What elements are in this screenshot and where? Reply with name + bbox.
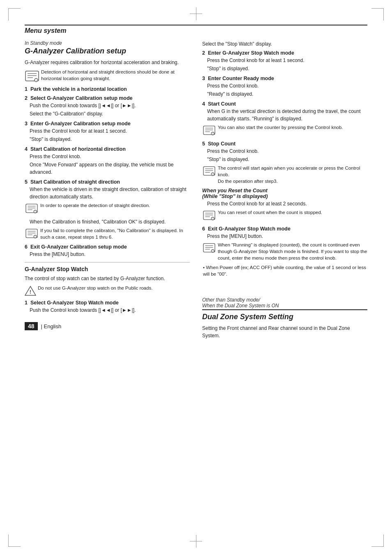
sw-step-5-body: Press the Control knob.: [202, 147, 367, 155]
calib-step-3: 3 Enter G-Analyzer Calibration setup mod…: [25, 121, 190, 143]
stopwatch-heading: G-Analyzer Stop Watch: [25, 266, 190, 272]
sw-step-6-note-block: i When "Running" is displayed (counted),…: [202, 242, 367, 261]
section-divider-stopwatch: [25, 262, 190, 263]
svg-text:i: i: [35, 210, 35, 213]
sw-step-2: 2 Enter G-Analyzer Stop Watch mode Press…: [202, 50, 367, 72]
calib-step-5-note3-block: i In order to operate the detection of s…: [25, 202, 190, 216]
note-icon-6b: i: [202, 242, 216, 255]
calib-step-6: 6 Exit G-Analyzer Calibration setup mode…: [25, 244, 190, 258]
calib-step-2-note: Select the "G-Calibration" display.: [25, 110, 190, 117]
sw-step-5-header: 5 Stop Count: [202, 141, 367, 147]
spacer: [202, 281, 367, 297]
calib-step-6-header: 6 Exit G-Analyzer Calibration setup mode: [25, 244, 190, 250]
sw-step-6-note1: When "Running" is displayed (counted), t…: [218, 242, 367, 261]
sw-step-6-header: 6 Exit G-Analyzer Stop Watch mode: [202, 226, 367, 232]
dual-zone-label: Other than Standby mode/When the Dual Zo…: [202, 297, 367, 309]
calibration-note1-text: Detection of horizontal and straight dir…: [41, 69, 190, 82]
sw-step-6: 6 Exit G-Analyzer Stop Watch mode Press …: [202, 226, 367, 277]
calib-step-2-header: 2 Select G-Analyzer Calibration setup mo…: [25, 95, 190, 101]
dual-zone-heading: Dual Zone System Setting: [202, 309, 367, 321]
page-number: 48: [25, 322, 38, 330]
left-column: In Standby mode G-Analyzer Calibration s…: [25, 40, 190, 342]
sw-step-5-note3: The control will start again when you ac…: [218, 165, 367, 184]
stopwatch-warning-text: Do not use G-Analyzer stop watch on the …: [38, 285, 152, 291]
calibration-label: In Standby mode: [25, 40, 190, 46]
calib-step-4-extra: Once "Move Forward" appears on the displ…: [25, 161, 190, 176]
svg-text:i: i: [35, 235, 35, 238]
calibration-heading: G-Analyzer Calibration setup: [25, 47, 190, 55]
corner-tr: [371, 8, 384, 21]
note-icon-6: i: [25, 228, 39, 241]
calib-step-5-note5: If you fail to complete the calibraton, …: [40, 227, 190, 240]
calib-step-4-header: 4 Start Calibration of horizontal direct…: [25, 146, 190, 152]
sw-step-2-note: "Stop" is displayed.: [202, 65, 367, 72]
warning-icon: !: [25, 286, 36, 297]
sw-step-6-body: Press the [MENU] button.: [202, 233, 367, 240]
svg-text:i: i: [212, 250, 213, 253]
calib-step-3-note: "Stop" is displayed.: [25, 136, 190, 143]
reset-section: When you Reset the Count(While "Stop" is…: [202, 188, 367, 223]
page-footer: 48 | English: [25, 322, 190, 330]
sw-step-5-note2: "Stop" is displayed.: [202, 156, 367, 163]
sw-step-4-header: 4 Start Count: [202, 101, 367, 107]
sw-step-5-note-block: i The control will start again when you …: [202, 165, 367, 184]
sw-step-4-note-block: i You can also start the counter by pres…: [202, 124, 367, 138]
reset-note-block: i You can reset of count when the count …: [202, 209, 367, 223]
stopwatch-warning-block: ! Do not use G-Analyzer stop watch on th…: [25, 285, 190, 297]
calib-step-4-body: Press the Control knob.: [25, 153, 190, 160]
reset-heading: When you Reset the Count(While "Stop" is…: [202, 188, 367, 199]
sw-step-3: 3 Enter Counter Ready mode Press the Con…: [202, 76, 367, 98]
page-language: | English: [41, 323, 62, 329]
sw-step-2-header: 2 Enter G-Analyzer Stop Watch mode: [202, 50, 367, 56]
calib-step-2: 2 Select G-Analyzer Calibration setup mo…: [25, 95, 190, 117]
calib-step-5-note4: When the Calibration is finished, "Calib…: [25, 218, 190, 226]
calibration-note1-block: i Detection of horizontal and straight d…: [25, 69, 190, 84]
note-icon-4a: i: [202, 125, 216, 138]
sw-step-1-body: Push the Control knob towards [|◄◄|] or …: [25, 306, 190, 314]
sw-step-3-header: 3 Enter Counter Ready mode: [202, 76, 367, 81]
dual-zone-section: Other than Standby mode/When the Dual Zo…: [202, 297, 367, 339]
page-title: Menu system: [25, 27, 66, 34]
reset-note: You can reset of count when the count is…: [218, 209, 322, 216]
sw-step-3-note: "Ready" is displayed.: [202, 90, 367, 98]
sw-step-1: 1 Select G-Analyzer Stop Watch mode Push…: [25, 300, 190, 314]
calib-step-2-body: Push the Control knob towards [|◄◄|] or …: [25, 102, 190, 109]
calibration-section: In Standby mode G-Analyzer Calibration s…: [25, 40, 190, 258]
right-intro: Select the "Stop Watch" display.: [202, 40, 367, 48]
calib-step-5-header: 5 Start Calibration of straight directio…: [25, 179, 190, 185]
sw-step-1-header: 1 Select G-Analyzer Stop Watch mode: [25, 300, 190, 306]
sw-step-2-body: Press the Control knob for at least 1 se…: [202, 57, 367, 64]
calib-step-3-body: Press the Control knob for at least 1 se…: [25, 127, 190, 135]
svg-text:i: i: [212, 217, 213, 220]
sw-step-3-body: Press the Control knob.: [202, 82, 367, 90]
calib-step-1: 1 Park the vehicle in a horizontal locat…: [25, 86, 190, 92]
calib-step-1-header: 1 Park the vehicle in a horizontal locat…: [25, 86, 190, 92]
corner-bl: [8, 534, 21, 547]
stopwatch-section: G-Analyzer Stop Watch The control of sto…: [25, 266, 190, 314]
sw-step-6-note2-block: • When Power off (ex; ACC OFF) while cou…: [202, 264, 367, 277]
calib-step-5: 5 Start Calibration of straight directio…: [25, 179, 190, 241]
calib-step-4: 4 Start Calibration of horizontal direct…: [25, 146, 190, 176]
calibration-intro: G-Analyzer requires calibration for hori…: [25, 59, 190, 66]
right-column: Select the "Stop Watch" display. 2 Enter…: [202, 40, 367, 342]
sw-step-5: 5 Stop Count Press the Control knob. "St…: [202, 141, 367, 184]
svg-text:i: i: [212, 173, 213, 176]
corner-tl: [8, 8, 21, 21]
page: Menu system In Standby mode G-Analyzer C…: [0, 0, 392, 555]
stopwatch-intro: The control of stop watch can be started…: [25, 275, 190, 282]
note-icon-5: i: [25, 203, 39, 216]
dual-zone-body: Setting the Front channel and Rear chann…: [202, 325, 367, 339]
svg-text:i: i: [212, 132, 213, 135]
calib-step-5-note5-block: i If you fail to complete the calibraton…: [25, 227, 190, 241]
note-icon-reset: i: [202, 210, 216, 223]
crosshair-bottom: [190, 535, 202, 548]
crosshair-top: [190, 7, 202, 20]
svg-text:!: !: [30, 289, 31, 295]
sw-step-6-note2: • When Power off (ex; ACC OFF) while cou…: [203, 264, 367, 277]
sw-step-4: 4 Start Count When G in the vertical dir…: [202, 101, 367, 138]
sw-step-4-body: When G in the vertical direction is dete…: [202, 108, 367, 122]
corner-br: [371, 534, 384, 547]
sw-step-4-note: You can also start the counter by pressi…: [218, 124, 343, 131]
calib-step-6-body: Press the [MENU] button.: [25, 251, 190, 258]
reset-body: Press the Control knob for at least 2 se…: [202, 200, 367, 207]
